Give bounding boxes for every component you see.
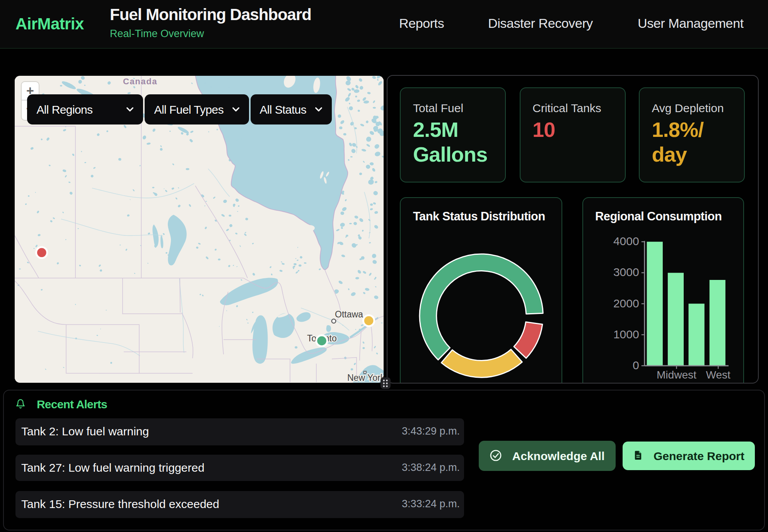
- svg-text:2000: 2000: [613, 297, 639, 310]
- svg-text:1000: 1000: [613, 328, 639, 341]
- svg-text:0: 0: [632, 359, 639, 372]
- svg-text:4000: 4000: [613, 235, 639, 247]
- svg-text:Canada: Canada: [123, 77, 157, 86]
- svg-text:New York: New York: [347, 373, 384, 383]
- svg-text:West: West: [706, 369, 730, 381]
- svg-text:3000: 3000: [613, 266, 639, 278]
- svg-text:Midwest: Midwest: [656, 369, 696, 381]
- svg-text:Ottawa: Ottawa: [335, 309, 363, 319]
